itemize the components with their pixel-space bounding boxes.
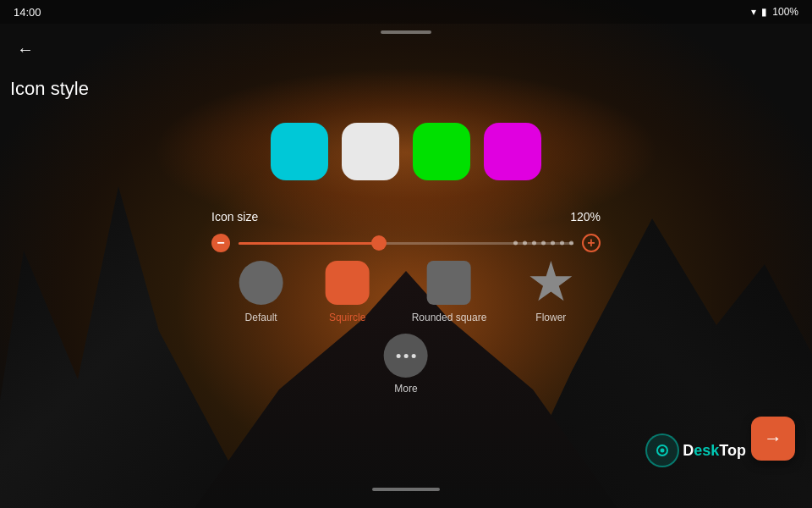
shape-rounded-square[interactable]: Rounded square	[412, 261, 487, 323]
status-bar: 14:00 ▾ ▮ 100%	[0, 0, 812, 24]
shape-rounded-square-icon	[427, 261, 471, 305]
shape-circle-icon	[239, 261, 283, 305]
icon-size-value: 120%	[570, 210, 601, 224]
slider-track[interactable]	[239, 242, 573, 245]
icon-preview-white[interactable]	[342, 123, 399, 180]
shape-default-label: Default	[245, 312, 277, 323]
slider-dot-7	[569, 241, 573, 246]
slider-dot-1	[513, 241, 518, 246]
desktop-fab-button[interactable]: →	[751, 417, 795, 461]
more-button[interactable]: More	[384, 334, 428, 395]
svg-point-1	[661, 449, 665, 453]
slider-increase-button[interactable]: +	[582, 234, 601, 252]
slider-dot-5	[551, 241, 555, 246]
icon-size-section: Icon size 120% − +	[211, 210, 601, 252]
drag-handle-top[interactable]	[381, 30, 431, 34]
icon-size-slider-container: − +	[211, 234, 601, 252]
shape-squircle-label: Squircle	[329, 312, 365, 323]
shape-squircle[interactable]: Squircle	[326, 261, 370, 323]
icon-size-label: Icon size	[211, 210, 258, 224]
icon-size-header: Icon size 120%	[211, 210, 601, 224]
more-dot-1	[396, 354, 400, 358]
slider-dot-3	[532, 241, 536, 246]
battery-percent: 100%	[772, 6, 798, 18]
status-time: 14:00	[14, 6, 41, 19]
status-icons: ▾ ▮ 100%	[751, 6, 798, 18]
shape-squircle-icon	[326, 261, 370, 305]
shape-flower-label: Flower	[535, 312, 566, 323]
icon-shapes-row: Default Squircle Rounded square Flower	[239, 261, 573, 323]
icon-preview-green[interactable]	[413, 123, 470, 180]
shape-default[interactable]: Default	[239, 261, 283, 323]
fab-arrow-icon: →	[764, 428, 782, 450]
icon-shapes-section: Default Squircle Rounded square Flower M…	[239, 261, 573, 395]
slider-dot-4	[541, 241, 546, 246]
desktop-logo-icon	[645, 433, 679, 467]
desktop-logo-text: DeskTop	[683, 442, 746, 460]
shape-flower-icon	[529, 261, 573, 305]
back-button[interactable]: ←	[10, 34, 41, 64]
desktop-brand-icon	[654, 442, 671, 459]
shape-flower[interactable]: Flower	[529, 261, 573, 323]
slider-dot-6	[560, 241, 564, 246]
more-dot-2	[403, 354, 408, 358]
bottom-navigation	[0, 471, 812, 508]
icon-preview-row	[271, 123, 541, 180]
bottom-drag-handle[interactable]	[372, 488, 440, 491]
slider-thumb[interactable]	[371, 235, 387, 251]
slider-dot-2	[523, 241, 527, 246]
more-dot-3	[411, 354, 415, 358]
icon-preview-magenta[interactable]	[484, 123, 541, 180]
desktop-logo: DeskTop	[645, 433, 746, 467]
more-dots-icon	[396, 354, 415, 358]
battery-fill-icon: ▮	[761, 6, 767, 18]
icon-preview-cyan[interactable]	[271, 123, 328, 180]
back-arrow-icon: ←	[17, 41, 34, 58]
slider-dots	[513, 241, 573, 246]
slider-decrease-button[interactable]: −	[211, 234, 230, 252]
slider-fill	[239, 242, 379, 245]
more-circle-icon	[384, 334, 428, 378]
more-label: More	[394, 383, 417, 395]
wifi-icon: ▾	[751, 6, 756, 18]
shape-rounded-square-label: Rounded square	[412, 312, 487, 323]
page-title: Icon style	[10, 78, 89, 100]
